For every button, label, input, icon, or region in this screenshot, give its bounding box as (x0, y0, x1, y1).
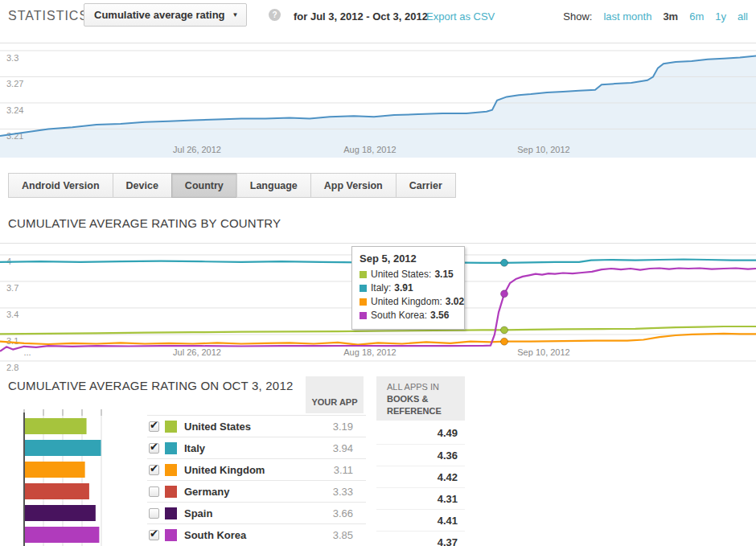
country-name: South Korea (184, 529, 246, 541)
range-link-last-month[interactable]: last month (603, 10, 651, 23)
country-rating-chart-wrap: 43.73.43.12.8...Jul 26, 2012Aug 18, 2012… (0, 243, 756, 374)
country-checkbox[interactable] (149, 421, 159, 432)
table-row: Spain3.66 (147, 502, 366, 523)
metric-dropdown[interactable]: Cumulative average rating ▼ (84, 3, 247, 27)
all-apps-value: 4.41 (376, 509, 465, 531)
overall-rating-chart[interactable]: 3.33.273.243.21Jul 26, 2012Aug 18, 2012S… (0, 43, 756, 158)
country-bar-chart (19, 406, 148, 546)
all-apps-values-column: 4.494.364.424.314.414.37 (376, 422, 465, 546)
your-app-value: 3.11 (334, 464, 353, 476)
range-link-all[interactable]: all (738, 10, 748, 23)
all-apps-value: 4.36 (376, 444, 465, 466)
range-link-1y[interactable]: 1y (715, 10, 726, 23)
table-row: South Korea3.85 (147, 523, 366, 545)
section-title-by-country: CUMULATIVE AVERAGE RATING BY COUNTRY (8, 216, 281, 230)
table-row: United States3.19 (147, 415, 366, 437)
all-apps-value: 4.37 (376, 531, 465, 546)
date-range-label: for Jul 3, 2012 - Oct 3, 2012 (294, 10, 428, 23)
tab-language[interactable]: Language (236, 173, 311, 198)
country-name: United Kingdom (184, 464, 265, 476)
tab-country[interactable]: Country (171, 173, 237, 198)
series-swatch-icon (360, 285, 367, 292)
series-swatch-icon (360, 271, 367, 278)
svg-text:3.7: 3.7 (6, 283, 18, 293)
range-link-6m[interactable]: 6m (689, 10, 704, 23)
tab-app-version[interactable]: App Version (310, 173, 396, 198)
svg-text:3.24: 3.24 (6, 105, 23, 115)
country-checkbox[interactable] (149, 486, 159, 497)
svg-text:Aug 18, 2012: Aug 18, 2012 (343, 145, 396, 154)
range-link-3m[interactable]: 3m (663, 10, 678, 23)
country-name: Italy (184, 442, 205, 454)
country-name: Germany (184, 486, 229, 498)
chevron-down-icon: ▼ (232, 11, 239, 18)
series-swatch-icon (360, 312, 367, 319)
your-app-value: 3.33 (333, 486, 353, 498)
tooltip-item: Italy:3.91 (360, 281, 457, 295)
tab-carrier[interactable]: Carrier (396, 173, 456, 198)
svg-text:...: ... (23, 347, 31, 357)
all-apps-value: 4.42 (376, 466, 465, 487)
section-title-on-date: CUMULATIVE AVERAGE RATING ON OCT 3, 2012 (8, 379, 293, 392)
svg-text:Jul 26, 2012: Jul 26, 2012 (173, 145, 221, 154)
show-label: Show: (563, 10, 592, 23)
country-color-swatch (165, 507, 177, 519)
tooltip-date: Sep 5, 2012 (360, 252, 457, 265)
tab-android-version[interactable]: Android Version (8, 173, 113, 198)
range-selector: Show: last month3m6m1yall (563, 10, 748, 23)
table-row: Germany3.33 (147, 480, 366, 502)
page-title: STATISTICS (8, 9, 88, 23)
country-color-swatch (165, 464, 177, 476)
all-apps-value: 4.31 (376, 487, 465, 509)
country-name: Spain (184, 507, 212, 519)
your-app-value: 3.66 (333, 507, 353, 519)
country-color-swatch (165, 442, 177, 454)
tooltip-item: United Kingdom:3.02 (360, 295, 457, 309)
all-apps-value: 4.49 (376, 422, 465, 444)
help-icon[interactable]: ? (269, 9, 281, 21)
country-table: United States3.19Italy3.94United Kingdom… (147, 415, 366, 545)
metric-dropdown-label: Cumulative average rating (94, 9, 225, 21)
top-bar: STATISTICS Cumulative average rating ▼ ?… (0, 0, 756, 35)
your-app-value: 3.94 (333, 442, 353, 454)
your-app-value: 3.19 (333, 421, 353, 433)
country-name: United States (184, 421, 251, 433)
table-row: United Kingdom3.11 (147, 458, 366, 480)
country-checkbox[interactable] (149, 530, 159, 540)
series-swatch-icon (360, 298, 367, 306)
dimension-tabs: Android VersionDeviceCountryLanguageApp … (8, 173, 456, 198)
country-checkbox[interactable] (149, 465, 159, 475)
your-app-column-header: YOUR APP (306, 376, 364, 413)
svg-text:3.4: 3.4 (6, 310, 18, 319)
svg-text:Jul 26, 2012: Jul 26, 2012 (173, 347, 221, 357)
svg-text:3.3: 3.3 (6, 53, 18, 63)
tab-device[interactable]: Device (113, 173, 172, 198)
all-apps-column-header: ALL APPS IN BOOKS & REFERENCE (376, 376, 465, 421)
country-color-swatch (165, 529, 177, 541)
svg-text:3.27: 3.27 (6, 79, 23, 88)
svg-text:Sep 10, 2012: Sep 10, 2012 (517, 145, 569, 154)
country-checkbox[interactable] (149, 443, 159, 454)
country-checkbox[interactable] (149, 508, 159, 519)
svg-text:3.1: 3.1 (6, 336, 18, 346)
country-color-swatch (165, 421, 177, 433)
country-color-swatch (165, 486, 177, 498)
your-app-value: 3.85 (333, 529, 353, 541)
table-row: Italy3.94 (147, 437, 366, 458)
chart-tooltip: Sep 5, 2012 United States:3.15Italy:3.91… (351, 246, 465, 330)
tooltip-item: United States:3.15 (360, 268, 457, 281)
svg-text:Aug 18, 2012: Aug 18, 2012 (343, 347, 396, 357)
export-csv-link[interactable]: Export as CSV (426, 10, 495, 23)
tooltip-item: South Korea:3.56 (360, 309, 457, 322)
svg-text:2.8: 2.8 (6, 363, 18, 372)
svg-text:Sep 10, 2012: Sep 10, 2012 (517, 347, 569, 357)
